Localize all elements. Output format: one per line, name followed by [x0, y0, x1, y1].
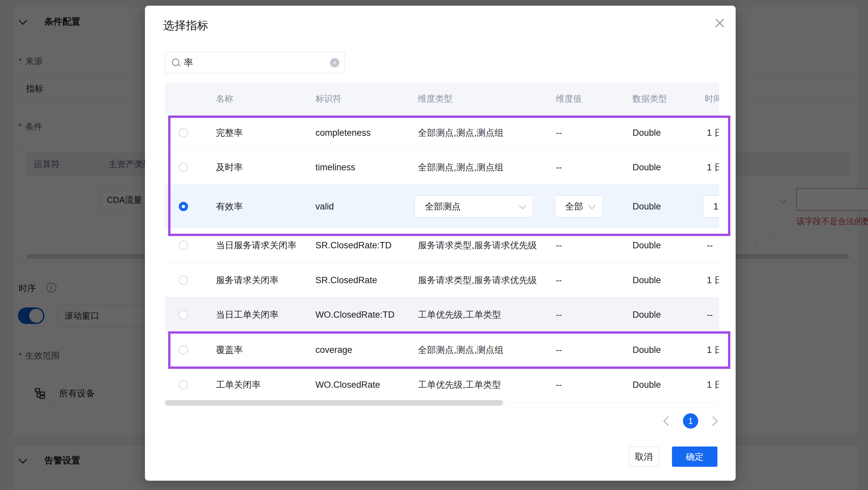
table-row-WO.ClosedRate:TD[interactable]: 当日工单关闭率WO.ClosedRate:TD工单优先级,工单类型----Dou…	[165, 297, 719, 332]
metric-name: 工单关闭率	[216, 379, 261, 391]
dim-value: --	[556, 310, 562, 320]
app-root: { "background": { "condition_section": {…	[0, 0, 868, 490]
dim-value-select[interactable]: 全部	[555, 196, 603, 218]
column-header-3: 维度类型	[418, 82, 453, 116]
search-input[interactable]: 率 ×	[165, 52, 345, 74]
table-row-completeness[interactable]: 完整率completeness全部测点,测点,测点组--1 日Double	[165, 116, 719, 150]
time-grain-select[interactable]: 1 日	[703, 196, 719, 218]
data-type: Double	[632, 240, 661, 251]
table-row-WO.ClosedRate[interactable]: 工单关闭率WO.ClosedRate工单优先级,工单类型--1 日Double	[165, 368, 719, 402]
dim-value: --	[556, 345, 562, 355]
metric-name: 覆盖率	[216, 344, 243, 356]
metric-identifier: WO.ClosedRate:TD	[315, 310, 395, 320]
clear-search-icon[interactable]: ×	[330, 58, 339, 67]
metric-identifier: SR.ClosedRate:TD	[315, 240, 392, 251]
select-metric-modal: 选择指标 率 × 名称标识符维度类型维度值数据类型时间 完整率completen…	[145, 6, 736, 481]
dim-type: 工单优先级,工单类型	[418, 379, 501, 391]
time-grain: 1 日	[707, 274, 719, 286]
column-header-4: 维度值	[556, 82, 582, 116]
metric-identifier: SR.ClosedRate	[315, 275, 377, 285]
metric-name: 有效率	[216, 201, 243, 212]
dim-type-select[interactable]: 全部测点	[414, 196, 533, 218]
metric-name: 服务请求关闭率	[216, 274, 279, 286]
radio-unselected[interactable]	[179, 276, 188, 285]
table-row-coverage[interactable]: 覆盖率coverage全部测点,测点,测点组--1 日Double	[165, 332, 719, 368]
dim-value: --	[556, 127, 562, 138]
column-header-6: 时间	[705, 82, 719, 116]
metric-identifier: completeness	[315, 127, 371, 138]
radio-selected[interactable]	[179, 202, 188, 211]
metric-name: 当日服务请求关闭率	[216, 239, 297, 251]
next-page-icon[interactable]	[708, 416, 718, 426]
dim-value: --	[556, 162, 562, 173]
dim-type: 服务请求类型,服务请求优先级	[418, 274, 537, 286]
radio-unselected[interactable]	[179, 310, 188, 319]
data-type: Double	[632, 201, 661, 211]
time-grain: --	[707, 310, 713, 320]
table-header-row: 名称标识符维度类型维度值数据类型时间	[165, 82, 719, 116]
table-body: 完整率completeness全部测点,测点,测点组--1 日Double及时率…	[165, 116, 719, 402]
metric-identifier: coverage	[315, 345, 352, 355]
prev-page-icon[interactable]	[663, 416, 673, 426]
data-type: Double	[632, 275, 661, 285]
dim-type: 服务请求类型,服务请求优先级	[418, 239, 537, 251]
radio-unselected[interactable]	[179, 163, 188, 172]
page-number-current[interactable]: 1	[683, 413, 698, 429]
table-row-SR.ClosedRate:TD[interactable]: 当日服务请求关闭率SR.ClosedRate:TD服务请求类型,服务请求优先级-…	[165, 228, 719, 263]
chevron-down-icon	[588, 202, 595, 209]
radio-unselected[interactable]	[179, 241, 188, 250]
time-grain-select-value: 1 日	[713, 201, 719, 212]
modal-footer: 取消 确定	[629, 446, 717, 467]
column-header-5: 数据类型	[632, 82, 667, 116]
chevron-down-icon	[519, 202, 526, 209]
time-grain: 1 日	[707, 344, 719, 356]
data-type: Double	[632, 345, 661, 355]
table-row-timeliness[interactable]: 及时率timeliness全部测点,测点,测点组--1 日Double	[165, 150, 719, 185]
modal-title: 选择指标	[163, 18, 208, 33]
time-grain: 1 日	[707, 161, 719, 173]
dim-type: 全部测点,测点,测点组	[418, 127, 503, 139]
table-horizontal-scrollbar[interactable]	[165, 400, 503, 406]
metric-table: 名称标识符维度类型维度值数据类型时间 完整率completeness全部测点,测…	[165, 82, 719, 414]
data-type: Double	[632, 127, 661, 138]
cancel-button[interactable]: 取消	[629, 446, 659, 467]
data-type: Double	[632, 310, 661, 320]
data-type: Double	[632, 380, 661, 390]
data-type: Double	[632, 162, 661, 173]
metric-identifier: timeliness	[315, 162, 355, 173]
radio-unselected[interactable]	[179, 128, 188, 138]
search-value: 率	[184, 56, 330, 69]
column-header-2: 标识符	[315, 82, 341, 116]
radio-unselected[interactable]	[179, 380, 188, 390]
table-row-valid[interactable]: 有效率valid全部测点全部1 日Double	[165, 185, 719, 228]
table-row-SR.ClosedRate[interactable]: 服务请求关闭率SR.ClosedRate服务请求类型,服务请求优先级--1 日D…	[165, 263, 719, 297]
dim-type: 工单优先级,工单类型	[418, 309, 501, 321]
dim-value: --	[556, 380, 562, 390]
metric-identifier: valid	[315, 201, 334, 211]
dim-type: 全部测点,测点,测点组	[418, 344, 503, 356]
radio-unselected[interactable]	[179, 345, 188, 354]
metric-identifier: WO.ClosedRate	[315, 380, 380, 390]
close-icon[interactable]	[713, 16, 727, 30]
metric-name: 当日工单关闭率	[216, 309, 279, 321]
dim-value-select-value: 全部	[565, 201, 583, 212]
search-icon	[171, 58, 181, 68]
column-header-1: 名称	[216, 82, 233, 116]
pagination: 1	[665, 413, 716, 429]
time-grain: 1 日	[707, 379, 719, 391]
time-grain: --	[707, 240, 713, 251]
dim-type: 全部测点,测点,测点组	[418, 161, 503, 173]
metric-name: 及时率	[216, 161, 243, 173]
metric-name: 完整率	[216, 127, 243, 139]
time-grain: 1 日	[707, 127, 719, 139]
confirm-button[interactable]: 确定	[672, 446, 717, 467]
dim-type-select-value: 全部测点	[425, 201, 461, 212]
dim-value: --	[556, 275, 562, 285]
dim-value: --	[556, 240, 562, 251]
